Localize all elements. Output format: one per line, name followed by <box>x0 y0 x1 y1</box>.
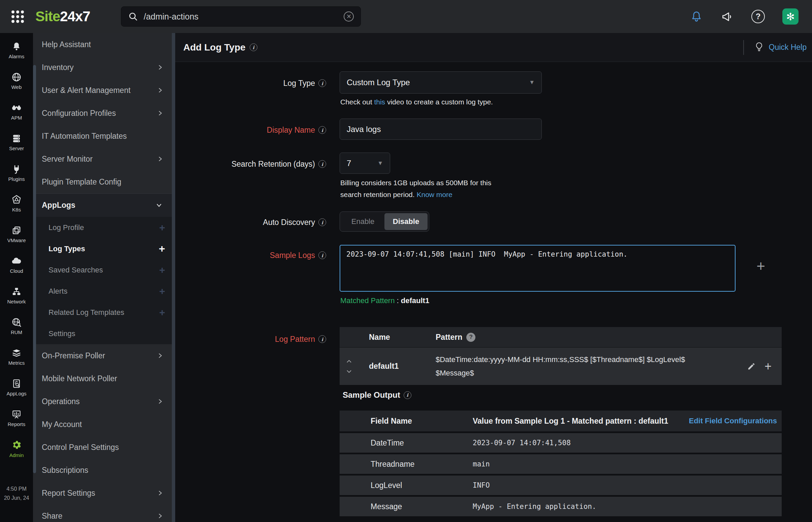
global-search[interactable]: /admin-actions ✕ <box>121 6 361 26</box>
log-pattern-row: default1 $DateTime:date:yyyy-MM-dd HH:mm… <box>340 347 782 385</box>
enable-option[interactable]: Enable <box>341 213 384 230</box>
auto-discovery-info-icon[interactable]: i <box>318 219 326 226</box>
sidebar-item-label: Configuration Profiles <box>42 109 116 118</box>
sidebar-item-related-log-templates[interactable]: Related Log Templates + <box>33 302 175 323</box>
log-type-label: Log Type i <box>175 79 326 88</box>
sidebar-item-my-account[interactable]: My Account <box>33 413 175 436</box>
search-retention-info-icon[interactable]: i <box>318 160 326 168</box>
display-name-label: Display Name i <box>175 126 326 135</box>
display-name-info-icon[interactable]: i <box>318 126 326 134</box>
add-log-profile-icon[interactable]: + <box>159 222 165 234</box>
sample-logs-textarea[interactable]: 2023-09-07 14:07:41,508 [main] INFO MyAp… <box>340 245 735 292</box>
sidebar-section-applogs[interactable]: AppLogs <box>33 193 175 217</box>
sidebar-item-user-alert-management[interactable]: User & Alert Management <box>33 79 175 102</box>
rail-item-admin[interactable]: Admin <box>0 434 33 464</box>
sidebar-item-report-settings[interactable]: Report Settings <box>33 482 175 504</box>
sidebar-item-log-types[interactable]: Log Types + <box>33 238 175 259</box>
rail-item-reports[interactable]: Reports <box>0 403 33 434</box>
sidebar-item-help-assistant[interactable]: Help Assistant <box>33 33 175 56</box>
matched-pattern-separator: : <box>395 296 401 305</box>
rail-item-rum[interactable]: RUM <box>0 311 33 341</box>
add-related-log-template-icon[interactable]: + <box>159 307 165 318</box>
edit-pattern-pencil-icon[interactable] <box>747 362 756 371</box>
sidebar-item-settings[interactable]: Settings <box>33 323 175 344</box>
video-link[interactable]: this <box>374 98 385 106</box>
page-title-info-icon[interactable]: i <box>250 43 257 51</box>
sidebar-scrollbar[interactable] <box>33 65 36 473</box>
announcements-megaphone-icon[interactable] <box>720 10 734 23</box>
page-title: Add Log Type <box>183 42 245 53</box>
rail-item-server[interactable]: Server <box>0 127 33 158</box>
chevron-down-icon <box>155 202 163 208</box>
rail-item-vmware[interactable]: VMware <box>0 219 33 249</box>
rail-item-apm[interactable]: APM <box>0 96 33 127</box>
sidebar-item-server-monitor[interactable]: Server Monitor <box>33 147 175 170</box>
display-name-input[interactable]: Java logs <box>340 119 542 140</box>
know-more-link[interactable]: Know more <box>416 190 452 198</box>
sidebar-item-subscriptions[interactable]: Subscriptions <box>33 459 175 482</box>
notifications-bell-icon[interactable] <box>690 10 703 23</box>
sample-output-title: Sample Output i <box>343 390 411 400</box>
move-up-icon[interactable] <box>346 359 352 363</box>
rail-item-plugins[interactable]: Plugins <box>0 158 33 188</box>
rail-item-metrics[interactable]: Metrics <box>0 341 33 372</box>
sidebar-item-configuration-profiles[interactable]: Configuration Profiles <box>33 102 175 125</box>
add-log-type-icon[interactable]: + <box>159 242 165 255</box>
sidebar-item-on-premise-poller[interactable]: On-Premise Poller <box>33 344 175 367</box>
pattern-value: $DateTime:date:yyyy-MM-dd HH:mm:ss,SSS$ … <box>436 353 719 380</box>
rail-item-label: K8s <box>12 207 21 213</box>
disable-option[interactable]: Disable <box>384 213 428 230</box>
app-grid-icon[interactable] <box>12 11 24 23</box>
sidebar-item-log-profile[interactable]: Log Profile + <box>33 217 175 238</box>
rail-item-network[interactable]: Network <box>0 280 33 311</box>
add-alert-icon[interactable]: + <box>159 286 165 297</box>
site24x7-logo[interactable]: Site24x7 <box>35 8 90 25</box>
rail-item-cloud[interactable]: Cloud <box>0 249 33 280</box>
sidebar-item-label: My Account <box>42 420 82 429</box>
log-type-select[interactable]: Custom Log Type ▼ <box>340 72 542 94</box>
sidebar-divider <box>172 33 175 522</box>
edit-field-configurations-link[interactable]: Edit Field Configurations <box>689 417 782 425</box>
sidebar-item-inventory[interactable]: Inventory <box>33 56 175 79</box>
sidebar-item-mobile-network-poller[interactable]: Mobile Network Poller <box>33 367 175 390</box>
search-input[interactable]: /admin-actions <box>143 12 344 22</box>
sidebar-item-share[interactable]: Share <box>33 504 175 522</box>
log-type-info-icon[interactable]: i <box>318 79 326 87</box>
add-sample-log-button[interactable]: + <box>751 257 770 276</box>
column-name: Name <box>369 333 436 342</box>
sidebar-item-label: User & Alert Management <box>42 86 131 95</box>
pattern-help-icon[interactable]: ? <box>466 333 475 342</box>
applogs-submenu: Log Profile + Log Types + Saved Searches… <box>33 217 175 344</box>
sidebar-item-it-automation-templates[interactable]: IT Automation Templates <box>33 125 175 147</box>
admin-sidebar: Help Assistant Inventory User & Alert Ma… <box>33 33 175 522</box>
pattern-row-actions: + <box>747 359 782 374</box>
quick-help-button[interactable]: Quick Help <box>743 40 807 55</box>
layers-icon <box>12 348 22 358</box>
log-pattern-info-icon[interactable]: i <box>318 336 326 343</box>
sidebar-item-label: Settings <box>48 329 76 338</box>
sidebar-item-alerts[interactable]: Alerts + <box>33 281 175 302</box>
rail-item-applogs[interactable]: AppLogs <box>0 372 33 403</box>
sidebar-item-operations[interactable]: Operations <box>33 390 175 413</box>
sample-output-info-icon[interactable]: i <box>404 392 411 399</box>
rail-item-label: Network <box>7 299 26 304</box>
add-pattern-icon[interactable]: + <box>765 359 772 374</box>
add-saved-search-icon[interactable]: + <box>159 264 165 276</box>
help-icon[interactable]: ? <box>751 10 765 23</box>
search-clear-icon[interactable]: ✕ <box>344 12 354 22</box>
rail-item-alarms[interactable]: Alarms <box>0 35 33 66</box>
dropdown-caret-icon: ▼ <box>529 79 535 86</box>
sample-logs-info-icon[interactable]: i <box>318 252 326 259</box>
sidebar-item-plugin-template-config[interactable]: Plugin Template Config <box>33 170 175 193</box>
chevron-right-icon <box>157 352 163 360</box>
rail-item-k8s[interactable]: K8s <box>0 188 33 219</box>
log-pattern-label: Log Pattern i <box>175 335 326 344</box>
sidebar-item-saved-searches[interactable]: Saved Searches + <box>33 259 175 281</box>
rail-item-web[interactable]: Web <box>0 66 33 96</box>
move-down-icon[interactable] <box>346 369 352 374</box>
sidebar-item-label: IT Automation Templates <box>42 132 127 141</box>
search-retention-select[interactable]: 7 ▼ <box>340 153 390 174</box>
sidebar-item-control-panel-settings[interactable]: Control Panel Settings <box>33 436 175 459</box>
rail-item-label: APM <box>11 115 22 121</box>
user-avatar[interactable]: ✻ <box>783 8 798 25</box>
